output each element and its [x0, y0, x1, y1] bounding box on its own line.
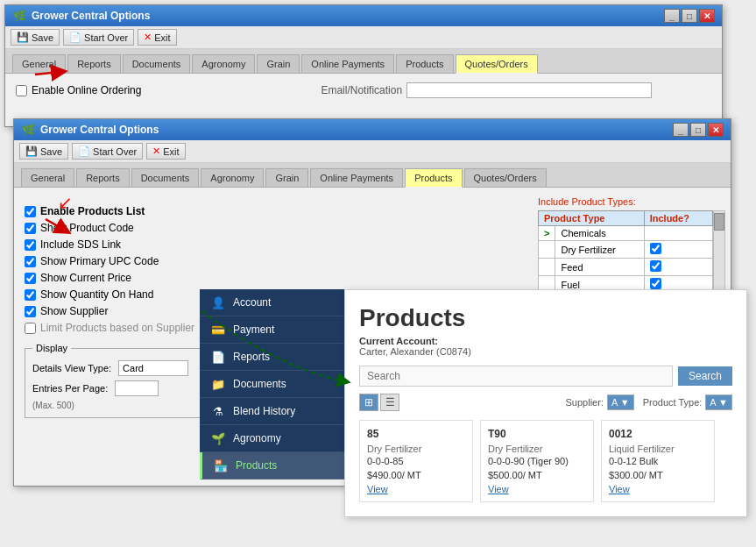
minimize-btn-2[interactable]: _: [673, 123, 689, 137]
show-supplier-checkbox[interactable]: [25, 306, 36, 317]
sidebar-account-label: Account: [233, 296, 271, 309]
show-quantity-checkbox[interactable]: [25, 289, 36, 301]
tab-documents-1[interactable]: Documents: [123, 54, 191, 73]
card-price-1: $500.00/ MT: [488, 470, 586, 480]
app-icon-1: 🌿: [12, 9, 26, 23]
tab-general-2[interactable]: General: [21, 168, 74, 187]
tab-agronomy-2[interactable]: Agronomy: [201, 168, 264, 187]
tab-grain-2[interactable]: Grain: [265, 168, 308, 187]
search-bar: Search: [359, 366, 732, 387]
sidebar-products-label: Products: [236, 459, 277, 472]
minimize-btn-1[interactable]: _: [664, 9, 680, 23]
view-toggle: ⊞ ☰: [359, 394, 399, 411]
tab-online-payments-1[interactable]: Online Payments: [301, 54, 394, 73]
blend-history-icon: ⚗: [210, 405, 226, 417]
show-product-code-label: Show Product Code: [40, 222, 134, 234]
product-type-chemicals: Chemicals: [555, 226, 644, 241]
close-btn-2[interactable]: ✕: [708, 123, 724, 137]
display-group-label: Display: [32, 343, 71, 353]
table-row: Feed: [539, 259, 713, 276]
save-icon-1: 💾: [17, 32, 29, 43]
tab-agronomy-1[interactable]: Agronomy: [192, 54, 255, 73]
email-notification-input[interactable]: [406, 82, 652, 98]
limit-products-checkbox[interactable]: [25, 323, 36, 334]
filter-bar: ⊞ ☰ Supplier: A ▼ Product Type: A ▼: [359, 394, 732, 411]
sidebar-item-blend-history[interactable]: ⚗ Blend History: [200, 398, 344, 425]
show-supplier-label: Show Supplier: [40, 305, 108, 317]
start-over-button-1[interactable]: 📄 Start Over: [63, 29, 134, 46]
payment-icon: 💳: [210, 323, 226, 336]
exit-icon-2: ✕: [152, 146, 160, 157]
supplier-dropdown[interactable]: A ▼: [607, 394, 634, 410]
sidebar-item-payment[interactable]: 💳 Payment: [200, 316, 344, 344]
tab-quotes-orders-1[interactable]: Quotes/Orders: [456, 54, 538, 74]
include-col-header: Include?: [644, 211, 712, 226]
exit-icon-1: ✕: [144, 32, 152, 43]
show-upc-checkbox[interactable]: [25, 256, 36, 267]
product-type-dropdown[interactable]: A ▼: [705, 394, 732, 410]
start-over-button-2[interactable]: 📄 Start Over: [72, 143, 143, 160]
sidebar-reports-label: Reports: [233, 351, 270, 363]
tab-documents-2[interactable]: Documents: [131, 168, 200, 187]
sidebar-item-products[interactable]: 🏪 Products: [200, 452, 344, 480]
card-view-1[interactable]: View: [488, 484, 586, 494]
product-card-2: 0012 Liquid Fertilizer 0-0-12 Bulk $300.…: [601, 420, 715, 502]
window1-title: Grower Central Options: [32, 10, 150, 22]
close-btn-1[interactable]: ✕: [699, 9, 715, 23]
maximize-btn-1[interactable]: □: [682, 9, 697, 23]
save-button-2[interactable]: 💾 Save: [19, 143, 68, 160]
current-account-label: Current Account:: [359, 336, 732, 346]
card-view-0[interactable]: View: [367, 484, 465, 494]
exit-button-2[interactable]: ✕ Exit: [146, 143, 185, 160]
list-view-btn[interactable]: ☰: [380, 394, 399, 411]
include-sds-checkbox[interactable]: [25, 239, 36, 251]
max-hint: (Max. 500): [32, 401, 209, 410]
card-num-0: 85: [367, 428, 465, 440]
details-view-input[interactable]: [118, 360, 188, 376]
sidebar-item-documents[interactable]: 📁 Documents: [200, 371, 344, 398]
include-product-types-label: Include Product Types:: [538, 196, 713, 207]
tab-reports-1[interactable]: Reports: [67, 54, 121, 73]
product-types-section: Include Product Types: Product Type Incl…: [538, 196, 713, 294]
product-type-filter-label: Product Type:: [643, 397, 703, 408]
app-icon-2: 🌿: [21, 123, 35, 137]
tab-products-2[interactable]: Products: [405, 168, 462, 188]
product-type-table: Product Type Include? > Chemicals Dry Fe: [538, 210, 713, 294]
tab-online-payments-2[interactable]: Online Payments: [310, 168, 403, 187]
window1: 🌿 Grower Central Options _ □ ✕ 💾 Save 📄 …: [4, 4, 723, 127]
entries-per-page-row: Entries Per Page:: [32, 380, 209, 396]
tab-products-1[interactable]: Products: [396, 54, 453, 73]
search-input[interactable]: [359, 366, 673, 387]
card-name-1: 0-0-0-90 (Tiger 90): [488, 456, 586, 466]
sidebar-item-reports[interactable]: 📄 Reports: [200, 344, 344, 371]
display-group: Display Details View Type: Entries Per P…: [25, 343, 217, 418]
save-button-1[interactable]: 💾 Save: [11, 29, 60, 46]
tab-grain-1[interactable]: Grain: [257, 54, 300, 73]
card-type-2: Liquid Fertilizer: [609, 444, 707, 454]
email-notification-label: Email/Notification: [321, 84, 402, 96]
search-button[interactable]: Search: [678, 366, 732, 386]
maximize-btn-2[interactable]: □: [690, 123, 706, 137]
limit-products-label: Limit Products based on Supplier: [40, 322, 194, 334]
product-cards-container: 85 Dry Fertilizer 0-0-0-85 $490.00/ MT V…: [359, 420, 732, 502]
exit-button-1[interactable]: ✕ Exit: [138, 29, 176, 46]
enable-products-checkbox[interactable]: [25, 206, 36, 217]
enable-ordering-checkbox[interactable]: [16, 85, 27, 96]
titlebar-2: 🌿 Grower Central Options _ □ ✕: [14, 119, 731, 140]
toolbar-1: 💾 Save 📄 Start Over ✕ Exit: [5, 26, 722, 49]
card-view-2[interactable]: View: [609, 484, 707, 494]
details-view-row: Details View Type:: [32, 360, 209, 376]
account-icon: 👤: [210, 296, 226, 309]
table-scrollbar[interactable]: [713, 210, 725, 294]
tab-quotes-orders-2[interactable]: Quotes/Orders: [464, 168, 547, 187]
tab-reports-2[interactable]: Reports: [76, 168, 130, 187]
grid-view-btn[interactable]: ⊞: [359, 394, 378, 411]
sidebar-item-account[interactable]: 👤 Account: [200, 289, 344, 316]
sidebar-item-agronomy[interactable]: 🌱 Agronomy: [200, 425, 344, 452]
products-panel: Products Current Account: Carter, Alexan…: [344, 289, 747, 517]
tab-general-1[interactable]: General: [12, 54, 66, 73]
show-price-checkbox[interactable]: [25, 273, 36, 284]
entries-per-page-input[interactable]: [115, 380, 159, 396]
show-product-code-checkbox[interactable]: [25, 223, 36, 234]
show-quantity-label: Show Quantity On Hand: [40, 288, 153, 301]
